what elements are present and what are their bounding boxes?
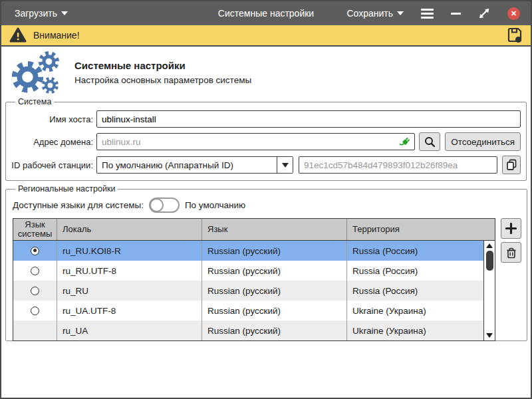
territory-cell: Russia (Россия) [347,281,495,301]
languages-toggle-label: Доступные языки для системы: [13,200,144,210]
table-scrollbar[interactable] [483,241,495,340]
table-row[interactable]: ru_RU.KOI8-RRussian (русский)Russia (Рос… [13,241,495,261]
system-language-cell [13,281,57,301]
scroll-down-icon[interactable] [486,333,493,338]
warning-bar: Внимание! [1,25,531,47]
hardware-id-field [299,156,497,174]
domain-input[interactable] [96,133,415,150]
locales-table-header: Язык системыЛокальЯзыкТерритория [13,219,495,241]
copy-icon [506,159,517,171]
locale-cell: ru_RU [57,281,202,301]
minimize-icon[interactable] [451,13,461,15]
language-cell: Russian (русский) [202,301,347,321]
save-profile-button[interactable] [507,27,523,43]
locale-cell: ru_UA.UTF-8 [57,301,202,321]
page-subtitle: Настройка основных параметров системы [74,75,251,85]
save-menu-label: Сохранить [346,8,393,19]
warning-text: Внимание! [33,30,80,41]
system-language-radio[interactable] [31,307,39,315]
locale-cell: ru_RU.KOI8-R [57,241,202,261]
workstation-id-select[interactable]: По умолчанию (Аппаратный ID) [96,156,293,174]
toggle-state-label: По умолчанию [185,200,245,210]
territory-cell: Russia (Россия) [347,241,495,261]
locale-cell: ru_UA [57,321,202,340]
language-cell: Russian (русский) [202,261,347,281]
add-locale-button[interactable] [501,218,521,239]
language-cell: Russian (русский) [202,281,347,301]
regional-section: Региональные настройки Доступные языки д… [5,184,527,341]
column-header: Язык [202,219,347,240]
chevron-down-icon [277,157,293,173]
plug-connected-icon [399,136,412,148]
language-cell: Russian (русский) [202,321,347,340]
languages-toggle[interactable] [149,198,180,213]
chevron-down-icon [61,11,68,15]
scroll-up-icon[interactable] [486,243,493,248]
load-menu-button[interactable]: Загрузить [1,8,68,19]
scrollbar-thumb[interactable] [486,251,493,271]
column-header: Территория [347,219,495,240]
locales-table: Язык системыЛокальЯзыкТерритория ru_RU.K… [13,218,495,341]
disconnect-button[interactable]: Отсоединиться [445,132,521,151]
locales-table-body: ru_RU.KOI8-RRussian (русский)Russia (Рос… [13,241,495,340]
menu-icon[interactable] [421,9,434,19]
trash-icon [506,247,517,259]
load-menu-label: Загрузить [15,8,57,19]
workstation-id-label: ID рабочей станции: [11,160,96,170]
column-header: Локаль [57,219,202,240]
maximize-icon[interactable] [478,7,490,19]
copy-id-button[interactable] [502,156,521,174]
hostname-input[interactable] [96,110,521,128]
gears-icon [7,51,68,94]
regional-legend: Региональные настройки [15,184,118,194]
table-row[interactable]: ru_UARussian (русский)Ukraine (Украина) [13,321,495,340]
domain-search-button[interactable] [419,132,440,151]
hostname-label: Имя хоста: [11,114,96,124]
language-cell: Russian (русский) [202,241,347,261]
system-language-cell [13,321,57,340]
domain-label: Адрес домена: [11,137,96,147]
system-section: Система Имя хоста: Адрес домена: Отсо [5,97,527,181]
floppy-icon [507,27,523,43]
locale-cell: ru_RU.UTF-8 [57,261,202,281]
column-header: Язык системы [13,219,57,240]
workstation-id-selected-option: По умолчанию (Аппаратный ID) [97,160,277,170]
search-icon [424,136,436,148]
system-language-radio[interactable] [31,247,39,255]
system-language-radio[interactable] [31,287,39,295]
delete-locale-button[interactable] [501,242,521,263]
territory-cell: Ukraine (Украина) [347,321,495,340]
table-row[interactable]: ru_UA.UTF-8Russian (русский)Ukraine (Укр… [13,301,495,321]
system-language-cell [13,241,57,261]
table-row[interactable]: ru_RU.UTF-8Russian (русский)Russia (Росс… [13,261,495,281]
system-legend: Система [15,97,54,106]
page-title: Системные настройки [74,60,251,71]
close-icon[interactable]: ✕ [507,7,520,20]
territory-cell: Russia (Россия) [347,261,495,281]
warning-icon [9,27,27,43]
titlebar: Загрузить Системные настройки Сохранить … [1,1,531,25]
system-language-cell [13,301,57,321]
plus-icon [505,223,517,234]
territory-cell: Ukraine (Украина) [347,301,495,321]
page-header: Системные настройки Настройка основных п… [1,47,531,97]
system-language-radio[interactable] [31,267,39,275]
system-language-cell [13,261,57,281]
chevron-down-icon [397,11,404,15]
save-menu-button[interactable]: Сохранить [346,8,404,19]
table-row[interactable]: ru_RURussian (русский)Russia (Россия) [13,281,495,301]
